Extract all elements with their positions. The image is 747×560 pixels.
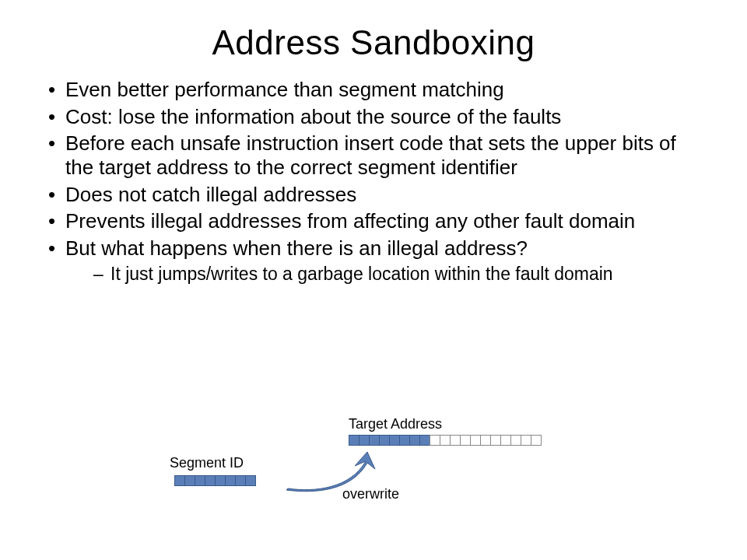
bit-cell [225, 475, 236, 486]
bullet-item: Before each unsafe instruction insert co… [45, 131, 708, 179]
sub-bullet-item: It just jumps/writes to a garbage locati… [93, 264, 708, 285]
target-address-box [349, 435, 542, 446]
bit-cell [490, 435, 501, 446]
bit-cell [450, 435, 461, 446]
target-address-label: Target Address [349, 416, 442, 432]
bit-cell [359, 435, 370, 446]
bit-cell [389, 435, 400, 446]
sub-bullet-list: It just jumps/writes to a garbage locati… [93, 264, 708, 285]
bullet-text: But what happens when there is an illega… [65, 236, 528, 260]
bit-cell [500, 435, 511, 446]
bit-cell [470, 435, 481, 446]
bit-cell [379, 435, 390, 446]
bit-cell [480, 435, 491, 446]
bit-cell [531, 435, 542, 446]
bit-cell [205, 475, 216, 486]
bit-cell [245, 475, 256, 486]
bit-cell [419, 435, 430, 446]
bit-cell [510, 435, 521, 446]
slide-title: Address Sandboxing [39, 23, 708, 62]
segment-id-box [174, 475, 256, 486]
bit-cell [399, 435, 410, 446]
bit-cell [409, 435, 420, 446]
bullet-item: Prevents illegal addresses from affectin… [45, 209, 708, 233]
bit-cell [184, 475, 195, 486]
bit-cell [195, 475, 205, 486]
bit-cell [440, 435, 451, 446]
bullet-list: Even better performance than segment mat… [45, 78, 708, 285]
bit-cell [174, 475, 185, 486]
bullet-item: But what happens when there is an illega… [45, 236, 708, 285]
overwrite-label: overwrite [342, 486, 399, 502]
bit-cell [369, 435, 380, 446]
slide: Address Sandboxing Even better performan… [0, 0, 747, 560]
bullet-item: Cost: lose the information about the sou… [45, 105, 708, 129]
bit-cell [235, 475, 246, 486]
bullet-item: Does not catch illegal addresses [45, 183, 708, 207]
bit-cell [460, 435, 471, 446]
bit-cell [215, 475, 226, 486]
bit-cell [349, 435, 359, 446]
bullet-item: Even better performance than segment mat… [45, 78, 708, 102]
bit-cell [521, 435, 531, 446]
bit-cell [430, 435, 440, 446]
segment-id-label: Segment ID [170, 455, 244, 471]
diagram: Target Address Segment ID overwrite [163, 416, 599, 541]
